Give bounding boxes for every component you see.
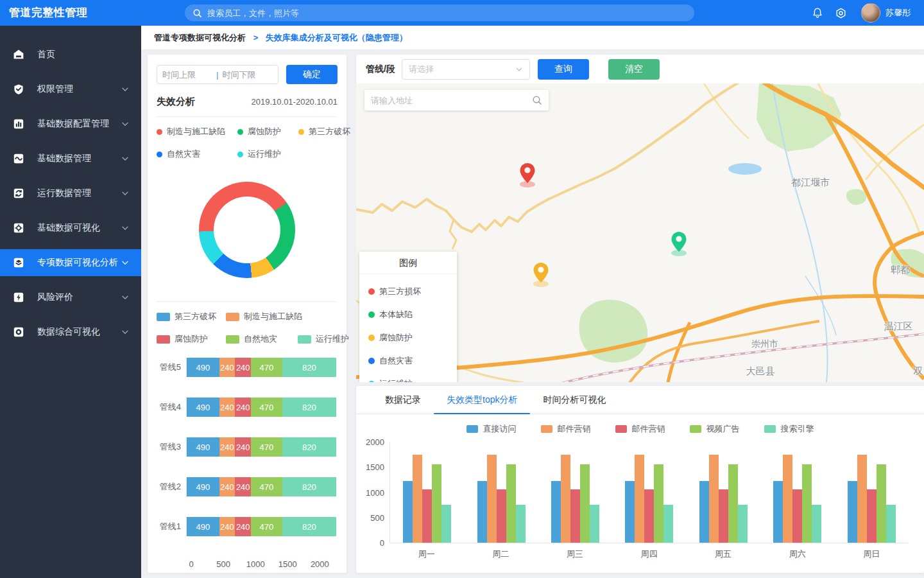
legend-label: 直接访问 (483, 423, 517, 435)
stacked-bar-row: 管线4490240240470820 (157, 398, 338, 417)
bar (551, 481, 561, 543)
legend-item[interactable]: 自然地灾 (226, 333, 298, 345)
bar (561, 455, 570, 543)
stacked-bar: 490240240470820 (186, 358, 338, 377)
legend-swatch (226, 313, 239, 321)
y-tick: 0 (360, 538, 384, 548)
bar (886, 505, 896, 543)
bar (812, 505, 821, 543)
tab-0[interactable]: 数据记录 (372, 386, 434, 414)
legend-item[interactable]: 运行维护 (237, 148, 298, 160)
tab-1[interactable]: 失效类型topk分析 (434, 386, 530, 414)
legend-item[interactable]: 制造与施工缺陷 (226, 311, 349, 322)
bar-segment: 240 (219, 358, 235, 377)
map-marker-pin[interactable] (518, 162, 537, 188)
donut-legend: 制造与施工缺陷腐蚀防护第三方破坏自然灾害运行维护 (157, 126, 338, 160)
breadcrumb-parent[interactable]: 管道专项数据可视化分析 (154, 33, 246, 42)
legend-item[interactable]: 第三方破坏 (298, 126, 350, 137)
legend-item[interactable]: 邮件营销 (541, 423, 591, 435)
date-to-input[interactable] (222, 70, 272, 80)
bar (738, 505, 748, 543)
legend-item[interactable]: 搜索引擎 (764, 423, 814, 435)
clear-button[interactable]: 清空 (608, 59, 660, 80)
sidebar-menu: 首页权限管理基础数据配置管理基础数据管理运行数据管理基础数据可视化专项数据可视化… (0, 26, 141, 346)
settings-gear-icon[interactable] (833, 5, 848, 21)
legend-label: 自然地灾 (244, 333, 277, 345)
legend-item[interactable]: 腐蚀防护 (157, 333, 226, 345)
sidebar-item-1[interactable]: 权限管理 (0, 76, 141, 103)
date-from-input[interactable] (162, 70, 212, 80)
legend-label: 第三方损坏 (379, 286, 421, 297)
bar-segment: 490 (187, 517, 219, 536)
bar (644, 489, 654, 543)
sidebar-item-2[interactable]: 基础数据配置管理 (0, 110, 141, 137)
map-canvas[interactable]: 都江堰市郫都温江区崇州市大邑县双 图例 第三方损坏本体缺陷腐蚀防护自然灾害运行维… (356, 83, 924, 382)
user-name: 苏馨彤 (886, 0, 911, 26)
bar-segment: 240 (235, 517, 251, 536)
failure-analysis-header: 失效分析 2019.10.01-2020.10.01 (157, 96, 338, 108)
section-title: 失效分析 (157, 96, 252, 108)
confirm-button[interactable]: 确定 (286, 65, 338, 84)
legend-item[interactable]: 制造与施工缺陷 (157, 126, 237, 137)
bar (699, 481, 709, 543)
sidebar-item-3[interactable]: 基础数据管理 (0, 145, 141, 172)
chevron-down-icon (121, 328, 130, 337)
x-axis-ticks: 0500100015002000 (191, 557, 338, 571)
sidebar-item-4[interactable]: 运行数据管理 (0, 180, 141, 207)
legend-swatch (690, 425, 701, 433)
sidebar-item-label: 基础数据管理 (37, 153, 121, 164)
legend-item[interactable]: 视频广告 (690, 423, 740, 435)
sidebar-item-label: 风险评价 (37, 292, 121, 303)
x-category-label: 周二 (464, 548, 538, 560)
global-search[interactable] (185, 4, 694, 21)
legend-swatch (368, 335, 375, 341)
notifications-bell-icon[interactable] (810, 5, 825, 21)
address-input[interactable] (371, 96, 532, 105)
legend-item[interactable]: 自然灾害 (157, 148, 237, 160)
caret-down-icon (515, 66, 523, 73)
analysis-tabs-panel: 数据记录失效类型topk分析时间分析可视化 直接访问邮件营销邮件营销视频广告搜索… (356, 386, 924, 573)
legend-label: 运行维护 (316, 333, 349, 345)
legend-swatch (298, 335, 311, 344)
date-range-picker[interactable]: | (157, 65, 278, 84)
map-legend-item: 第三方损坏 (368, 286, 457, 297)
sidebar-item-label: 首页 (37, 49, 130, 60)
legend-item[interactable]: 运行维护 (298, 333, 349, 345)
map-place-label: 崇州市 (751, 338, 778, 350)
legend-swatch (368, 381, 375, 382)
sidebar-item-8[interactable]: 数据综合可视化 (0, 319, 141, 346)
sidebar-item-5[interactable]: 基础数据可视化 (0, 215, 141, 241)
legend-item[interactable]: 邮件营销 (615, 423, 665, 435)
sidebar-item-0[interactable]: 首页 (0, 41, 141, 68)
sidebar-item-6[interactable]: 专项数据可视化分析 (0, 249, 141, 276)
legend-item[interactable]: 直接访问 (466, 423, 517, 435)
map-place-label: 温江区 (884, 320, 913, 333)
bar-group (687, 442, 760, 543)
stacked-bar-row: 管线2490240240470820 (157, 477, 338, 496)
map-marker-pin[interactable] (669, 231, 689, 256)
legend-item[interactable]: 腐蚀防护 (237, 126, 298, 137)
query-button[interactable]: 查询 (538, 59, 589, 80)
sidebar-item-7[interactable]: 风险评价 (0, 284, 141, 311)
legend-label: 自然灾害 (379, 355, 413, 367)
bar (422, 489, 432, 543)
legend-label: 腐蚀防护 (379, 332, 413, 344)
avatar[interactable] (861, 3, 880, 22)
legend-item[interactable]: 第三方破坏 (157, 311, 226, 322)
chevron-down-icon (121, 85, 130, 94)
category-label: 管线2 (157, 481, 186, 493)
search-input[interactable] (207, 8, 687, 18)
bar (580, 464, 590, 543)
map-legend-items: 第三方损坏本体缺陷腐蚀防护自然灾害运行维护 (359, 286, 457, 382)
topbar: 管道完整性管理 苏馨彤 (0, 0, 924, 26)
legend-label: 制造与施工缺陷 (244, 311, 302, 322)
bar (773, 481, 783, 543)
tab-2[interactable]: 时间分析可视化 (530, 386, 619, 414)
bar (477, 481, 487, 543)
x-axis-labels: 周一周二周三周四周五周六周日 (389, 548, 909, 560)
map-marker-pin[interactable] (531, 261, 551, 287)
pipeline-select[interactable]: 请选择 (402, 59, 530, 80)
bar (441, 505, 451, 543)
map-address-search[interactable] (364, 90, 549, 110)
legend-label: 腐蚀防护 (175, 333, 208, 345)
